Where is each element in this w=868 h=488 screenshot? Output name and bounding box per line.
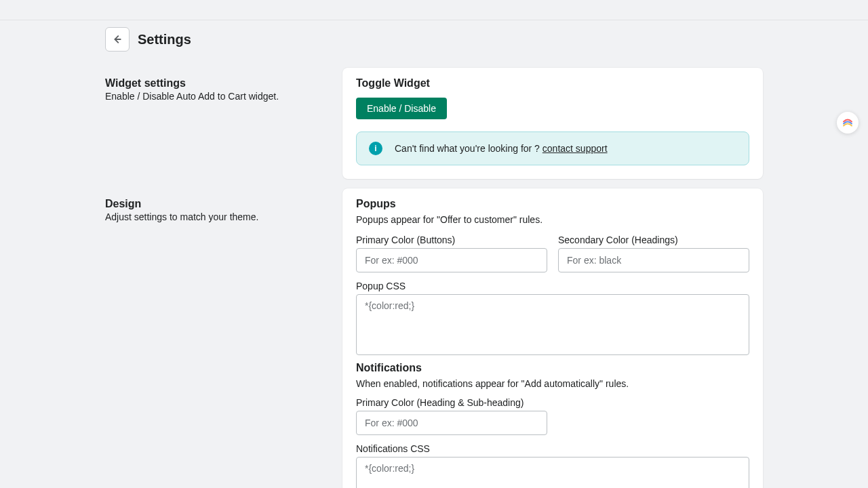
side-widget-button[interactable]	[837, 112, 859, 134]
notifications-css-label: Notifications CSS	[356, 443, 749, 454]
notif-primary-color-input[interactable]	[356, 411, 547, 435]
section-side: Design Adjust settings to match your the…	[105, 188, 329, 488]
popups-desc: Popups appear for "Offer to customer" ru…	[356, 214, 749, 225]
section-side-desc: Enable / Disable Auto Add to Cart widget…	[105, 91, 329, 102]
popup-css-textarea[interactable]	[356, 294, 749, 355]
page-title: Settings	[138, 32, 191, 47]
field-notif-primary-color: Primary Color (Heading & Sub-heading)	[356, 397, 547, 435]
notifications-css-textarea[interactable]	[356, 457, 749, 488]
info-icon: i	[369, 142, 382, 155]
arrow-left-icon	[111, 33, 123, 45]
section-side-desc: Adjust settings to match your theme.	[105, 211, 329, 222]
card-title: Toggle Widget	[356, 77, 749, 89]
topbar	[0, 0, 868, 20]
notifications-title: Notifications	[356, 362, 749, 374]
section-side-title: Widget settings	[105, 77, 329, 89]
section-side-title: Design	[105, 198, 329, 210]
popup-css-label: Popup CSS	[356, 281, 749, 291]
section-side: Widget settings Enable / Disable Auto Ad…	[105, 68, 329, 179]
field-popup-css: Popup CSS	[356, 281, 749, 355]
primary-color-label: Primary Color (Buttons)	[356, 235, 547, 245]
page-header: Settings	[105, 27, 763, 52]
card-design: Popups Popups appear for "Offer to custo…	[342, 188, 763, 488]
page-content: Settings Widget settings Enable / Disabl…	[0, 20, 868, 488]
card-toggle-widget: Toggle Widget Enable / Disable i Can't f…	[342, 68, 763, 179]
notifications-color-row: Primary Color (Heading & Sub-heading)	[356, 397, 749, 435]
primary-color-input[interactable]	[356, 248, 547, 272]
banner-text: Can't find what you're looking for ? con…	[395, 143, 608, 154]
banner-message: Can't find what you're looking for ?	[395, 143, 542, 154]
widget-logo-icon	[842, 117, 854, 129]
toggle-widget-button[interactable]: Enable / Disable	[356, 98, 447, 119]
popups-color-row: Primary Color (Buttons) Secondary Color …	[356, 235, 749, 272]
section-widget-settings: Widget settings Enable / Disable Auto Ad…	[105, 68, 763, 179]
section-design: Design Adjust settings to match your the…	[105, 188, 763, 488]
field-secondary-color: Secondary Color (Headings)	[558, 235, 749, 272]
notif-primary-color-label: Primary Color (Heading & Sub-heading)	[356, 397, 547, 408]
secondary-color-label: Secondary Color (Headings)	[558, 235, 749, 245]
secondary-color-input[interactable]	[558, 248, 749, 272]
info-banner: i Can't find what you're looking for ? c…	[356, 131, 749, 165]
popups-title: Popups	[356, 198, 749, 210]
field-primary-color: Primary Color (Buttons)	[356, 235, 547, 272]
notifications-desc: When enabled, notifications appear for "…	[356, 378, 749, 389]
field-notifications-css: Notifications CSS	[356, 443, 749, 488]
back-button[interactable]	[105, 27, 130, 52]
contact-support-link[interactable]: contact support	[542, 143, 608, 154]
